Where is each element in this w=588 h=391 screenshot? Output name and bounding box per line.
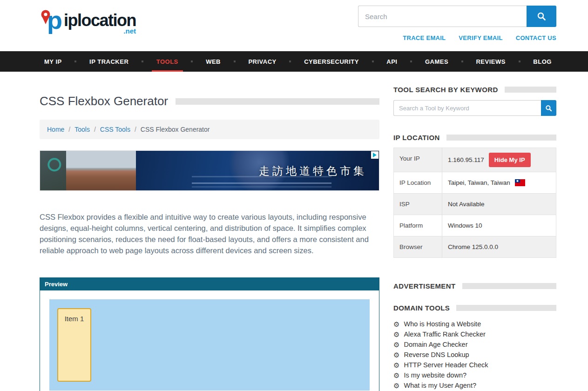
row-label: ISP — [394, 194, 442, 215]
tool-search-button[interactable] — [541, 100, 556, 116]
table-row: Browser Chrome 125.0.0.0 — [393, 236, 556, 257]
breadcrumb-separator: / — [135, 126, 136, 133]
browser-value: Chrome 125.0.0.0 — [448, 243, 498, 250]
domain-tool-label: Domain Age Checker — [404, 340, 467, 349]
heading-decorative-bar — [446, 135, 556, 141]
breadcrumb-css-tools[interactable]: CSS Tools — [100, 126, 130, 133]
tool-search-heading-row: TOOL SEARCH BY KEYWORD — [393, 86, 556, 94]
ad-photo-field — [66, 151, 136, 190]
heading-decorative-bar — [456, 305, 556, 311]
title-decorative-bar — [176, 98, 379, 105]
tool-search-input[interactable] — [393, 100, 541, 116]
trace-email-link[interactable]: TRACE EMAIL — [403, 34, 446, 41]
tool-search — [393, 100, 556, 116]
logo-pin-icon: p — [40, 7, 63, 35]
domain-tool-link-user-agent[interactable]: ⚙ What is my User Agent? — [393, 381, 556, 390]
row-label: IP Location — [394, 172, 442, 193]
domain-tool-link-http-header[interactable]: ⚙ HTTP Server Header Check — [393, 361, 556, 369]
gear-icon: ⚙ — [393, 362, 399, 369]
nav-reviews[interactable]: REVIEWS — [471, 51, 510, 72]
your-ip-value: 1.160.95.117 — [448, 156, 484, 163]
domain-tool-link-reverse-dns[interactable]: ⚙ Reverse DNS Lookup — [393, 351, 556, 359]
heading-decorative-bar — [462, 283, 556, 289]
gear-icon: ⚙ — [393, 341, 399, 348]
nav-separator — [289, 61, 291, 62]
nav-api[interactable]: API — [382, 51, 402, 72]
gear-icon: ⚙ — [393, 331, 399, 338]
domain-tool-link-hosting[interactable]: ⚙ Who is Hosting a Website — [393, 320, 556, 328]
nav-ip-tracker[interactable]: IP TRACKER — [85, 51, 133, 72]
nav-separator — [461, 61, 463, 62]
ad-photo-main: 走訪地道特色市集 — [136, 151, 379, 190]
nav-my-ip[interactable]: MY IP — [40, 51, 67, 72]
domain-tools-list: ⚙ Who is Hosting a Website ⚙ Alexa Traff… — [393, 320, 556, 390]
domain-tool-label: Alexa Traffic Rank Checker — [404, 330, 485, 338]
domain-tool-label: What is my User Agent? — [404, 381, 476, 390]
domain-tool-link-domain-age[interactable]: ⚙ Domain Age Checker — [393, 340, 556, 349]
tool-search-heading: TOOL SEARCH BY KEYWORD — [393, 86, 498, 94]
hide-my-ip-button[interactable]: Hide My IP — [489, 153, 531, 167]
row-label: Platform — [394, 215, 442, 236]
list-item: ⚙ Domain Age Checker — [393, 340, 556, 349]
page-description: CSS Flexbox provides a flexible and intu… — [40, 211, 379, 256]
flexbox-preview-item: Item 1 — [57, 308, 91, 382]
taiwan-flag-icon — [515, 179, 525, 186]
adchoices-icon[interactable] — [371, 151, 378, 159]
breadcrumb-home[interactable]: Home — [47, 126, 64, 133]
domain-tool-label: Reverse DNS Lookup — [404, 351, 469, 359]
domain-tool-link-website-down[interactable]: ⚙ Is my website down? — [393, 371, 556, 379]
header-links: TRACE EMAIL VERIFY EMAIL CONTACT US — [403, 34, 556, 41]
list-item: ⚙ HTTP Server Header Check — [393, 361, 556, 369]
preview-panel-body: Item 1 — [40, 290, 379, 391]
advertisement-heading: ADVERTISEMENT — [393, 282, 456, 290]
gear-icon: ⚙ — [393, 351, 399, 358]
site-search — [358, 6, 556, 27]
list-item: ⚙ Reverse DNS Lookup — [393, 351, 556, 359]
nav-web[interactable]: WEB — [201, 51, 225, 72]
domain-tools-heading-row: DOMAIN TOOLS — [393, 304, 556, 312]
ad-banner[interactable]: 走訪地道特色市集 — [40, 150, 379, 191]
logo-wordmark: iplocation — [64, 12, 136, 29]
logo-tld: .net — [123, 27, 136, 35]
domain-tool-link-alexa-rank[interactable]: ⚙ Alexa Traffic Rank Checker — [393, 330, 556, 338]
logo[interactable]: p iplocation .net — [40, 7, 136, 41]
table-row: Platform Windows 10 — [393, 215, 556, 236]
verify-email-link[interactable]: VERIFY EMAIL — [459, 34, 502, 41]
nav-separator — [410, 61, 412, 62]
page-title: CSS Flexbox Generator — [40, 94, 168, 108]
nav-cybersecurity[interactable]: CYBERSECURITY — [299, 51, 364, 72]
main-layout: CSS Flexbox Generator Home / Tools / CSS… — [40, 72, 556, 391]
nav-tools[interactable]: TOOLS — [152, 51, 183, 72]
nav-separator — [519, 61, 520, 62]
nav-games[interactable]: GAMES — [420, 51, 453, 72]
breadcrumb-tools[interactable]: Tools — [74, 126, 90, 133]
domain-tool-label: Is my website down? — [404, 371, 466, 379]
nav-separator — [191, 61, 193, 62]
platform-value: Windows 10 — [448, 222, 482, 229]
domain-tools-heading: DOMAIN TOOLS — [393, 304, 450, 312]
ip-location-heading-row: IP LOCATION — [393, 134, 556, 142]
flexbox-preview-container: Item 1 — [49, 299, 370, 391]
table-row: IP Location Taipei, Taiwan, Taiwan — [393, 172, 556, 193]
nav-privacy[interactable]: PRIVACY — [243, 51, 281, 72]
search-icon — [537, 12, 546, 21]
site-search-input[interactable] — [358, 6, 527, 27]
ip-location-value: Taipei, Taiwan, Taiwan — [448, 179, 510, 186]
contact-us-link[interactable]: CONTACT US — [516, 34, 556, 41]
row-label: Browser — [394, 236, 442, 257]
svg-text:p: p — [47, 7, 62, 34]
site-search-button[interactable] — [527, 6, 556, 27]
table-row: ISP Not Available — [393, 193, 556, 215]
domain-tool-label: HTTP Server Header Check — [404, 361, 488, 369]
ip-location-table: Your IP 1.160.95.117 Hide My IP IP Locat… — [393, 148, 556, 258]
isp-value: Not Available — [448, 201, 485, 208]
main-nav: MY IP IP TRACKER TOOLS WEB PRIVACY CYBER… — [0, 51, 588, 72]
preview-panel-header: Preview — [40, 278, 379, 290]
ip-location-heading: IP LOCATION — [393, 134, 440, 142]
nav-blog[interactable]: BLOG — [528, 51, 556, 72]
nav-separator — [74, 61, 76, 62]
list-item: ⚙ What is my User Agent? — [393, 381, 556, 390]
breadcrumb-separator: / — [68, 126, 70, 133]
domain-tool-label: Who is Hosting a Website — [404, 320, 481, 328]
preview-panel: Preview Item 1 — [40, 277, 379, 391]
